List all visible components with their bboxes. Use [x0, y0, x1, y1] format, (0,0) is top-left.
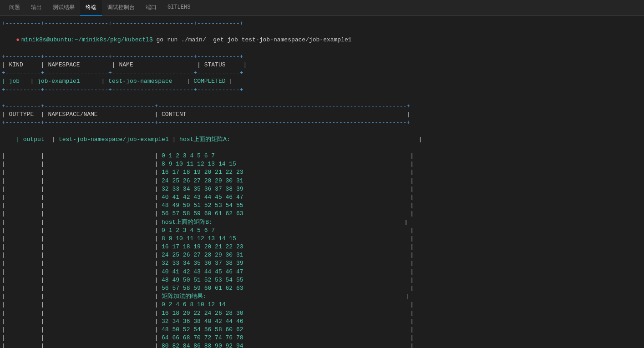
tab-bar: 问题 输出 测试结果 终端 调试控制台 端口 GITLENS [0, 0, 644, 16]
content-row-11: | | | 0 1 2 3 4 5 6 7 | [2, 227, 642, 235]
content-row-10: | | | host上面的矩阵B: | [2, 218, 642, 227]
terminal-container[interactable]: +----------+------------------+---------… [0, 16, 644, 348]
content-row-13: | | | 16 17 18 19 20 21 22 23 | [2, 243, 642, 251]
content-row-7: | | | 40 41 42 43 44 45 46 47 | [2, 193, 642, 202]
tab-terminal[interactable]: 终端 [80, 0, 102, 16]
content-row-1: | output | test-job-namespace/job-exampl… [2, 127, 642, 152]
content-row-17: | | | 48 49 50 51 52 53 54 55 | [2, 276, 642, 284]
content-row-12: | | | 8 9 10 11 12 13 14 15 | [2, 235, 642, 243]
tab-debug-console[interactable]: 调试控制台 [102, 0, 140, 16]
content-row-2: | | | 0 1 2 3 4 5 6 7 | [2, 152, 642, 160]
content-row-25: | | | 80 82 84 86 88 90 92 94 | [2, 342, 642, 348]
content-row-4: | | | 16 17 18 19 20 21 22 23 | [2, 168, 642, 177]
tab-gitlens[interactable]: GITLENS [162, 0, 196, 16]
content-row-19: | | | 矩阵加法的结果: | [2, 293, 642, 301]
t1-sep3: +----------+------------------+---------… [2, 86, 642, 94]
content-row-20: | | | 0 2 4 6 8 10 12 14 | [2, 301, 642, 309]
t2-sep-mid: +----------+----------------------------… [2, 119, 642, 127]
prompt-text: minik8s@ubuntu:~/minik8s/pkg/kubectl$ [21, 36, 153, 43]
prompt-line: ●minik8s@ubuntu:~/minik8s/pkg/kubectl$ g… [2, 28, 642, 53]
content-row-22: | | | 32 34 36 38 40 42 44 46 | [2, 318, 642, 326]
tab-test-results[interactable]: 测试结果 [47, 0, 80, 16]
content-row-8: | | | 48 49 50 51 52 53 54 55 | [2, 202, 642, 210]
t2-sep-top: +----------+----------------------------… [2, 102, 642, 111]
content-row-23: | | | 48 50 52 54 56 58 60 62 | [2, 326, 642, 334]
command-text: go run ./main/ get job test-job-namespac… [153, 36, 352, 43]
content-row-9: | | | 56 57 58 59 60 61 62 63 | [2, 210, 642, 218]
t1-sep2: +----------+------------------+---------… [2, 69, 642, 77]
table1-top-sep: +----------+------------------+---------… [2, 20, 642, 28]
content-row-21: | | | 16 18 20 22 24 26 28 30 | [2, 309, 642, 318]
content-row-15: | | | 32 33 34 35 36 37 38 39 | [2, 259, 642, 267]
content-row-6: | | | 32 33 34 35 36 37 38 39 | [2, 185, 642, 193]
blank1 [2, 94, 642, 102]
t1-row: | job | job-example1 | test-job-namespac… [2, 77, 642, 86]
content-row-16: | | | 40 41 42 43 44 45 46 47 | [2, 268, 642, 276]
content-row-18: | | | 56 57 58 59 60 61 62 63 | [2, 284, 642, 293]
tab-ports[interactable]: 端口 [140, 0, 162, 16]
tab-problems[interactable]: 问题 [4, 0, 25, 16]
content-row-5: | | | 24 25 26 27 28 29 30 31 | [2, 177, 642, 185]
prompt-dot: ● [16, 36, 20, 44]
tab-output[interactable]: 输出 [25, 0, 47, 16]
t1-header: | KIND | NAMESPACE | NAME | STATUS | [2, 61, 642, 69]
content-row-24: | | | 64 66 68 70 72 74 76 78 | [2, 334, 642, 342]
content-row-3: | | | 8 9 10 11 12 13 14 15 | [2, 160, 642, 168]
t1-sep1: +----------+------------------+---------… [2, 53, 642, 61]
t2-header: | OUTTYPE | NAMESPACE/NAME | CONTENT | [2, 111, 642, 119]
content-row-14: | | | 24 25 26 27 28 29 30 31 | [2, 251, 642, 259]
